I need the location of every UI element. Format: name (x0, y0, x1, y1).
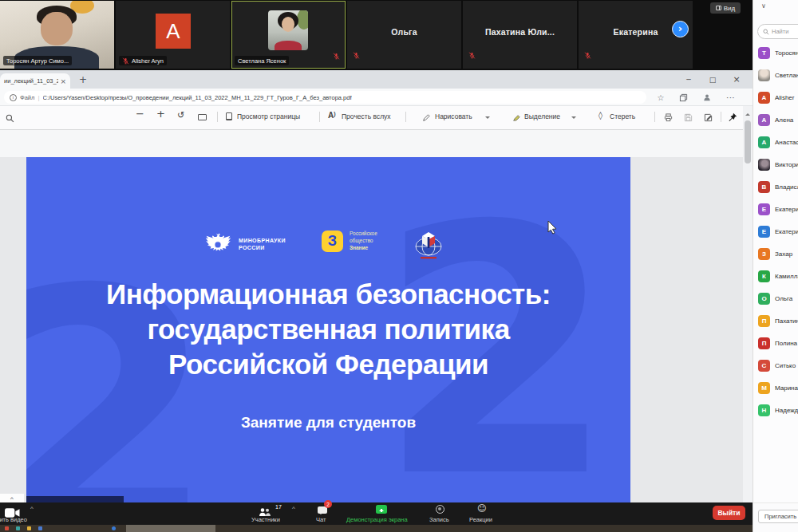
fit-page-icon[interactable] (198, 114, 207, 120)
participant-row[interactable]: A Alisher (753, 86, 798, 108)
presentation-slide: 2 2 МИНОБРНАУКИ РОССИИ З Российское (26, 157, 630, 502)
draw-icon (420, 112, 433, 124)
participant-name-label: Alisher Aryn (119, 56, 167, 65)
tab-close-icon[interactable]: × (60, 77, 66, 85)
participant-row[interactable]: М Марина (753, 376, 798, 399)
pdf-viewer[interactable]: 2 2 МИНОБРНАУКИ РОССИИ З Российское (0, 130, 743, 502)
print-icon[interactable] (662, 111, 674, 124)
participant-name: Ольга (775, 295, 792, 302)
highlight-button[interactable]: Выделение (524, 112, 560, 120)
participant-name: Светлана (775, 72, 798, 79)
participants-panel: ∨ Найти Т Торосян Светлана A Alisher А А… (753, 0, 798, 532)
participant-row[interactable]: Светлана (753, 64, 798, 86)
participant-row[interactable]: Е Екатерина (753, 220, 798, 242)
participant-row[interactable]: А Анастасия (753, 131, 798, 153)
participant-row[interactable]: Н Надежда (753, 399, 798, 421)
participant-name: Владислав (775, 183, 798, 191)
slide-subtitle: Занятие для студентов (26, 414, 630, 432)
draw-button[interactable]: Нарисовать (435, 112, 472, 120)
participant-avatar: В (758, 181, 770, 193)
profile-icon[interactable] (701, 91, 713, 104)
new-tab-button[interactable]: + (79, 75, 87, 85)
participant-avatar: П (758, 315, 770, 327)
participant-row[interactable]: К Камилла (753, 265, 798, 287)
video-options-caret[interactable]: ^ (30, 505, 34, 512)
save-as-icon[interactable] (701, 111, 714, 124)
leave-button[interactable]: Выйти (713, 506, 745, 520)
rotate-icon[interactable]: ↺ (177, 110, 184, 120)
taskbar-window-button[interactable] (126, 525, 215, 532)
participants-button[interactable]: Участники (251, 516, 280, 523)
share-screen-icon[interactable] (376, 505, 387, 514)
taskbar-app-icon[interactable] (112, 526, 116, 530)
participant-search-input[interactable]: Найти (757, 24, 798, 39)
pdf-search-icon[interactable] (3, 112, 16, 124)
taskbar-app-icon[interactable] (27, 526, 31, 530)
windows-taskbar[interactable] (0, 525, 753, 532)
chevron-down-icon[interactable] (485, 116, 490, 121)
browser-tab[interactable]: ии_лекций_11_03_2... × (0, 73, 70, 89)
file-info-icon[interactable]: i (10, 94, 17, 101)
participant-row[interactable]: Е Екатерина (753, 198, 798, 220)
ministry-logo-text: МИНОБРНАУКИ РОССИИ (239, 237, 286, 252)
participant-row[interactable]: А Алена (753, 108, 798, 131)
stop-video-button[interactable]: Остановить видео (0, 516, 27, 523)
close-icon[interactable]: × (726, 70, 747, 89)
video-tile-active-speaker[interactable]: Светлана Ясенок (231, 1, 346, 69)
reactions-icon[interactable]: ☺ (477, 503, 486, 514)
participant-row[interactable]: З Захар (753, 242, 798, 265)
record-icon[interactable] (436, 505, 444, 514)
taskbar-app-icon[interactable] (38, 526, 42, 530)
page-view-button[interactable]: Просмотр страницы (237, 112, 300, 120)
participant-avatar: К (758, 270, 770, 282)
pin-toolbar-icon[interactable] (726, 111, 739, 124)
chat-button[interactable]: Чат (316, 516, 326, 523)
participants-caret[interactable]: ^ (292, 505, 295, 512)
collections-icon[interactable] (677, 91, 689, 104)
chevron-down-icon[interactable] (571, 116, 576, 121)
browser-tab-bar: ии_лекций_11_03_2... × + ─ □ × (0, 70, 753, 89)
participant-avatar: Т (758, 47, 770, 59)
erase-icon: ◊ (598, 111, 602, 120)
view-button[interactable]: Вид (710, 2, 741, 14)
participant-row[interactable]: П Полина (753, 332, 798, 354)
erase-button[interactable]: Стереть (610, 112, 635, 120)
next-videos-arrow-button[interactable]: › (672, 21, 689, 37)
video-tile[interactable]: Ольга (347, 1, 461, 69)
zoom-in-icon[interactable]: + (156, 108, 165, 120)
save-icon[interactable] (681, 111, 694, 124)
invite-button[interactable]: Пригласить (758, 510, 798, 523)
scrollbar-up-icon[interactable] (745, 111, 750, 116)
taskbar-app-icon[interactable] (5, 526, 9, 530)
read-aloud-button[interactable]: Прочесть вслух (342, 112, 391, 120)
participant-row[interactable]: П Пахатина (753, 309, 798, 332)
minimize-icon[interactable]: ─ (678, 70, 699, 89)
video-tile[interactable]: Пахатина Юли... (463, 1, 577, 69)
share-screen-button[interactable]: Демонстрация экрана (346, 516, 408, 523)
video-tile[interactable]: A Alisher Aryn (116, 1, 230, 69)
reactions-button[interactable]: Реакции (469, 516, 492, 523)
video-tile[interactable]: Торосян Артур Симо... (0, 1, 114, 69)
participant-row[interactable]: Т Торосян (753, 41, 798, 64)
taskbar-app-icon[interactable] (16, 526, 20, 530)
participant-row[interactable]: О Ольга (753, 287, 798, 309)
participant-row[interactable]: В Владислав (753, 175, 798, 198)
participant-row[interactable]: Виктория (753, 153, 798, 175)
record-button[interactable]: Запись (429, 516, 449, 523)
participant-name: Алена (775, 116, 793, 124)
participant-name: Екатерина (775, 228, 798, 235)
slide-footer-band (26, 496, 124, 502)
participant-row[interactable]: С Ситько (753, 354, 798, 376)
participants-count: 17 (275, 504, 282, 510)
more-menu-icon[interactable]: ··· (725, 91, 737, 104)
pdf-scrollbar[interactable] (743, 106, 753, 502)
mic-muted-icon (122, 57, 129, 65)
maximize-icon[interactable]: □ (702, 70, 723, 89)
scrollbar-thumb[interactable] (745, 120, 751, 164)
favorites-star-icon[interactable]: ☆ (654, 91, 667, 104)
university-globe-logo (413, 231, 444, 260)
address-field[interactable]: i Файл | C:/Users/Yasen/Desktop/презы/О_… (4, 91, 646, 104)
zoom-out-icon[interactable]: − (136, 108, 144, 120)
collapse-panel-icon[interactable]: ∨ (761, 2, 766, 10)
mic-muted-icon (353, 52, 360, 59)
